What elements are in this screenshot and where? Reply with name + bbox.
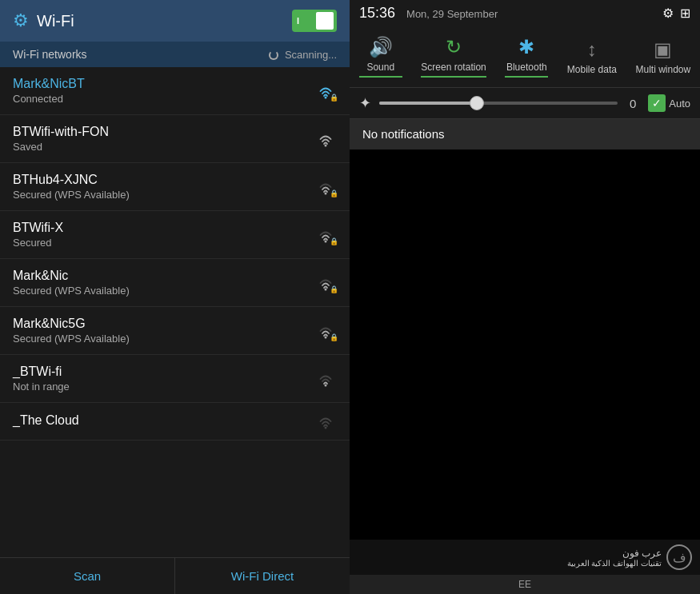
quick-label: Sound	[366, 62, 394, 73]
brightness-row: ✦ 0 ✓ Auto	[350, 88, 700, 119]
active-indicator	[505, 76, 548, 78]
wifi-signal-icon: 🔒	[314, 274, 337, 292]
svg-point-2	[325, 192, 327, 194]
brand-bar: عرب فون تقنيات الهواتف الذكية العربية ف	[350, 540, 700, 575]
wifi-direct-button[interactable]: Wi-Fi Direct	[175, 558, 350, 594]
svg-point-6	[325, 384, 327, 386]
wifi-status: Secured (WPS Available)	[13, 333, 314, 345]
wifi-header: ⚙ Wi-Fi I	[0, 0, 350, 42]
svg-point-4	[325, 288, 327, 290]
wifi-name: BTWifi-with-FON	[13, 125, 314, 139]
scanning-status: Scanning...	[269, 49, 337, 61]
lock-icon: 🔒	[330, 94, 338, 102]
wifi-status: Secured (WPS Available)	[13, 189, 314, 201]
quick-setting-sound[interactable]: 🔊 Sound	[353, 33, 409, 81]
wifi-item-info: Mark&Nic5G Secured (WPS Available)	[13, 317, 314, 345]
settings-icon[interactable]: ⚙	[662, 6, 674, 21]
wifi-signal-area	[314, 370, 337, 388]
grid-icon[interactable]: ⊞	[680, 6, 690, 21]
status-time: 15:36	[359, 5, 395, 22]
quick-label: Multi window	[635, 64, 690, 75]
notifications-panel: 15:36 Mon, 29 September ⚙ ⊞ 🔊 Sound ↻ Sc…	[350, 0, 700, 594]
svg-point-1	[325, 144, 327, 146]
quick-setting-bluetooth[interactable]: ✱ Bluetooth	[498, 33, 554, 81]
carrier-text: EE	[518, 579, 531, 590]
lock-icon: 🔒	[330, 333, 338, 341]
wifi-network-item[interactable]: BTHub4-XJNC Secured (WPS Available) 🔒	[0, 163, 350, 211]
wifi-name: Mark&Nic5G	[13, 317, 314, 331]
scan-button[interactable]: Scan	[0, 558, 175, 594]
auto-brightness-toggle[interactable]: ✓ Auto	[648, 94, 690, 112]
wifi-signal-area: 🔒	[314, 226, 337, 244]
wifi-network-item[interactable]: _BTWi-fi Not in range	[0, 355, 350, 403]
wifi-scanning-bar: Wi-Fi networks Scanning...	[0, 42, 350, 67]
wifi-title: Wi-Fi	[37, 12, 74, 30]
wifi-item-info: Mark&NicBT Connected	[13, 77, 314, 105]
wifi-network-item[interactable]: Mark&NicBT Connected 🔒	[0, 67, 350, 115]
brightness-value: 0	[626, 97, 640, 110]
brightness-slider[interactable]	[379, 102, 618, 105]
wifi-networks-label: Wi-Fi networks	[13, 48, 87, 61]
quick-setting-multi_window[interactable]: ▣ Multi window	[629, 35, 697, 78]
wifi-network-item[interactable]: _The Cloud	[0, 403, 350, 441]
quick-setting-mobile_data[interactable]: ↕ Mobile data	[561, 35, 623, 78]
wifi-status: Secured	[13, 237, 314, 249]
wifi-name: _BTWi-fi	[13, 365, 314, 379]
wifi-toggle-knob	[316, 12, 334, 30]
wifi-status: Connected	[13, 93, 314, 105]
wifi-item-info: BTWifi-with-FON Saved	[13, 125, 314, 153]
wifi-status: Saved	[13, 141, 314, 153]
wifi-item-info: _The Cloud	[13, 413, 314, 429]
quick-settings: 🔊 Sound ↻ Screen rotation ✱ Bluetooth ↕ …	[350, 26, 700, 88]
wifi-name: Mark&Nic	[13, 269, 314, 283]
wifi-network-item[interactable]: Mark&Nic Secured (WPS Available) 🔒	[0, 259, 350, 307]
lock-icon: 🔒	[330, 237, 338, 245]
auto-label: Auto	[669, 98, 690, 110]
status-bar: 15:36 Mon, 29 September ⚙ ⊞	[350, 0, 700, 26]
wifi-signal-area: 🔒	[314, 322, 337, 340]
wifi-item-info: BTWifi-X Secured	[13, 221, 314, 249]
brand-arabic-text: عرب فون	[622, 548, 662, 559]
carrier-bar: EE	[350, 575, 700, 594]
notifications-content	[350, 149, 700, 540]
mobile_data-icon: ↕	[587, 38, 597, 61]
lock-icon: 🔒	[330, 285, 338, 293]
wifi-bottom-bar: Scan Wi-Fi Direct	[0, 557, 350, 594]
svg-point-5	[325, 336, 327, 338]
quick-setting-screen_rotation[interactable]: ↻ Screen rotation	[414, 33, 492, 81]
wifi-signal-area: 🔒	[314, 178, 337, 196]
no-notifications-bar: No notifications	[350, 119, 700, 149]
wifi-signal-icon: 🔒	[314, 322, 337, 340]
no-notifications-text: No notifications	[362, 127, 445, 141]
wifi-signal-icon: 🔒	[314, 82, 337, 100]
quick-label: Bluetooth	[506, 62, 547, 73]
wifi-name: BTWifi-X	[13, 221, 314, 235]
wifi-toggle[interactable]: I	[292, 10, 337, 32]
checkbox-checked-icon: ✓	[648, 94, 666, 112]
wifi-network-item[interactable]: Mark&Nic5G Secured (WPS Available) 🔒	[0, 307, 350, 355]
wifi-panel: ⚙ Wi-Fi I Wi-Fi networks Scanning... Mar…	[0, 0, 350, 594]
active-indicator	[359, 76, 402, 78]
wifi-item-info: Mark&Nic Secured (WPS Available)	[13, 269, 314, 297]
screen_rotation-icon: ↻	[446, 36, 462, 58]
wifi-status: Secured (WPS Available)	[13, 285, 314, 297]
wifi-item-info: _BTWi-fi Not in range	[13, 365, 314, 393]
wifi-title-area: ⚙ Wi-Fi	[13, 10, 74, 31]
wifi-status: Not in range	[13, 381, 314, 393]
wifi-gear-icon: ⚙	[13, 10, 29, 31]
wifi-signal-icon	[314, 413, 337, 430]
wifi-network-item[interactable]: BTWifi-X Secured 🔒	[0, 211, 350, 259]
sound-icon: 🔊	[369, 36, 393, 58]
active-indicator	[421, 76, 486, 78]
brightness-icon: ✦	[359, 94, 371, 112]
wifi-signal-icon	[314, 130, 337, 148]
wifi-network-item[interactable]: BTWifi-with-FON Saved	[0, 115, 350, 163]
brightness-thumb	[470, 96, 484, 110]
wifi-toggle-label: I	[297, 16, 299, 26]
wifi-signal-area: 🔒	[314, 274, 337, 292]
wifi-signal-area	[314, 413, 337, 430]
brand-logo-icon: ف	[666, 544, 692, 570]
svg-point-7	[325, 427, 327, 429]
wifi-name: _The Cloud	[13, 413, 314, 428]
status-date: Mon, 29 September	[406, 8, 498, 20]
